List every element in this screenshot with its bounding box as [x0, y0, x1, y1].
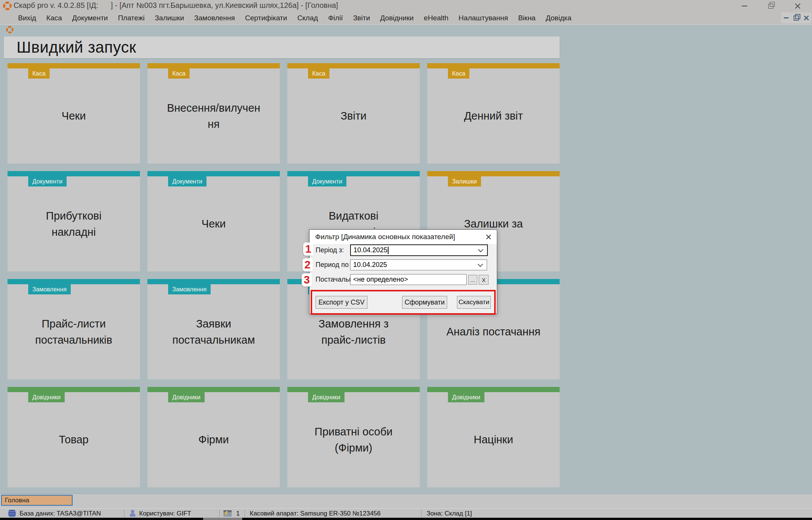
tile-label: Звіти [287, 68, 420, 164]
supplier-clear-button[interactable]: X [479, 275, 489, 285]
menu-item-nalashtuvannia[interactable]: Налаштування [458, 14, 508, 22]
period-to-value: 10.04.2025 [353, 261, 387, 269]
menu-item-sertyfikaty[interactable]: Сертифікати [245, 14, 287, 22]
status-divider [124, 509, 124, 517]
mdi-minimize-icon [784, 17, 789, 18]
tile-label: Товар [8, 392, 140, 487]
database-icon [8, 510, 16, 517]
menu-item-zamovlennia[interactable]: Замовлення [194, 14, 235, 22]
tile-label: Прибуткові накладні [8, 176, 140, 271]
status-database: База даних: TASA3@TITAN [20, 509, 101, 518]
tile-category-bar [8, 387, 140, 392]
mdi-close-button[interactable] [801, 12, 811, 23]
cancel-button[interactable]: Скасувати [457, 296, 491, 309]
user-icon [129, 510, 136, 517]
status-divider [421, 509, 422, 517]
annotation-number-1: 1 [303, 243, 313, 256]
tile-category-bar [147, 279, 280, 284]
tab-holovna[interactable]: Головна [1, 495, 73, 506]
chevron-down-icon[interactable] [478, 261, 483, 267]
tile-doc-cheky[interactable]: ДокументиЧеки [147, 171, 280, 271]
tile-category-bar [147, 171, 280, 176]
status-divider [219, 509, 220, 517]
menu-item-zalyshky[interactable]: Залишки [155, 14, 184, 22]
annotation-number-3: 3 [302, 273, 312, 287]
text-caret [388, 247, 389, 254]
supplier-field[interactable]: <не определено> [350, 274, 467, 285]
menu-item-kasa[interactable]: Каса [46, 14, 62, 22]
tile-dov-pryvatni-osoby[interactable]: ДовідникиПриватні особи (Фірми) [287, 387, 420, 487]
chevron-down-icon[interactable] [478, 247, 483, 252]
tile-kasa-zvity[interactable]: КасаЗвіти [287, 63, 420, 164]
tab-strip: Головна [0, 494, 812, 509]
status-cash-count: 1 [236, 509, 240, 518]
period-from-combobox[interactable]: 10.04.2025 [350, 244, 488, 256]
status-divider [244, 509, 245, 517]
tile-doc-prybutkovi-nakladni[interactable]: ДокументиПрибуткові накладні [8, 171, 140, 271]
period-to-label: Период по: [316, 259, 349, 270]
status-user: Користувач: GIFT [139, 509, 191, 518]
mdi-close-icon [803, 15, 810, 21]
tile-dov-natsinky[interactable]: ДовідникиНацінки [427, 387, 560, 487]
close-button[interactable] [791, 2, 804, 11]
filter-dialog-title: Фильтр [Динамика основных показателей] [315, 230, 455, 244]
minimize-button[interactable] [738, 2, 751, 11]
menu-bar: Вихід Каса Документи Платежі Залишки Зам… [0, 11, 812, 25]
menu-app-logo-icon [6, 26, 14, 33]
tile-category-bar [287, 387, 420, 392]
tile-kasa-cheky[interactable]: КасаЧеки [8, 63, 140, 164]
menu-item-zvity[interactable]: Звіти [353, 14, 370, 22]
minimize-icon [742, 6, 747, 6]
menu-item-dovidnyky[interactable]: Довідники [380, 14, 414, 22]
cash-register-icon [223, 510, 232, 517]
generate-button[interactable]: Сформувати [402, 296, 447, 309]
menu-item-platezhi[interactable]: Платежі [118, 14, 145, 22]
status-zone: Зона: Склад [1] [426, 509, 472, 518]
tile-zam-price-lists[interactable]: ЗамовленняПрайс-листи постачальників [8, 279, 140, 379]
dialog-close-button[interactable] [483, 232, 494, 242]
menu-item-filii[interactable]: Філії [328, 14, 343, 22]
mdi-restore-button[interactable] [791, 12, 801, 23]
restore-icon [768, 4, 773, 9]
menu-item-dovidka[interactable]: Довідка [546, 14, 571, 22]
title-bar: Скарб pro v. 4.0.2.85 [ІД: ] - [Апт №003… [0, 0, 812, 11]
close-icon [794, 2, 801, 10]
supplier-label: Постачальни [316, 274, 350, 285]
lightning-icon [225, 511, 228, 516]
menu-item-sklad[interactable]: Склад [297, 14, 318, 22]
tile-label: Прайс-листи постачальників [8, 284, 140, 379]
filter-dialog-titlebar: Фильтр [Динамика основных показателей] [310, 230, 497, 244]
menu-item-vikna[interactable]: Вікна [518, 14, 536, 22]
menu-item-dokumenty[interactable]: Документи [72, 14, 108, 22]
tile-category-bar [427, 171, 560, 176]
period-from-label: Період з: [316, 244, 349, 256]
menu-items: Вихід Каса Документи Платежі Залишки Зам… [18, 11, 571, 24]
tile-category-bar [8, 171, 140, 176]
window-title: Скарб pro v. 4.0.2.85 [ІД: ] - [Апт №003… [14, 1, 338, 10]
tile-label: Денний звіт [427, 68, 560, 164]
tile-kasa-vnesennia-vyluchennia[interactable]: КасаВнесення/вилучен ня [147, 63, 280, 164]
status-cash-register: Касовий апарат: Samsung ER-350 №123456 [250, 509, 381, 518]
tile-label: Чеки [8, 68, 140, 164]
menu-item-ehealth[interactable]: eHealth [424, 14, 449, 22]
export-csv-button[interactable]: Експорт у CSV [316, 296, 367, 309]
restore-button[interactable] [764, 2, 777, 11]
mdi-minimize-button[interactable] [781, 12, 791, 23]
annotation-number-2: 2 [302, 258, 313, 271]
supplier-browse-button[interactable]: ... [468, 275, 477, 285]
menu-item-vykhid[interactable]: Вихід [18, 14, 36, 22]
tile-label: Націнки [427, 392, 560, 487]
tile-dov-firmy[interactable]: ДовідникиФірми [147, 387, 280, 487]
tile-zam-zaiavky[interactable]: ЗамовленняЗаявки постачальникам [147, 279, 280, 379]
tile-label: Заявки постачальникам [147, 284, 280, 379]
status-bar: База даних: TASA3@TITAN Користувач: GIFT… [0, 508, 812, 518]
period-to-combobox[interactable]: 10.04.2025 [350, 259, 487, 270]
tile-kasa-dennyi-zvit[interactable]: КасаДенний звіт [427, 63, 560, 164]
tile-label: Приватні особи (Фірми) [287, 392, 420, 487]
tile-category-bar [287, 171, 420, 176]
app-logo-icon [3, 2, 12, 10]
tile-category-bar [427, 387, 560, 392]
tile-dov-tovar[interactable]: ДовідникиТовар [8, 387, 140, 487]
tile-label: Внесення/вилучен ня [147, 68, 280, 164]
tile-category-bar [8, 63, 140, 68]
